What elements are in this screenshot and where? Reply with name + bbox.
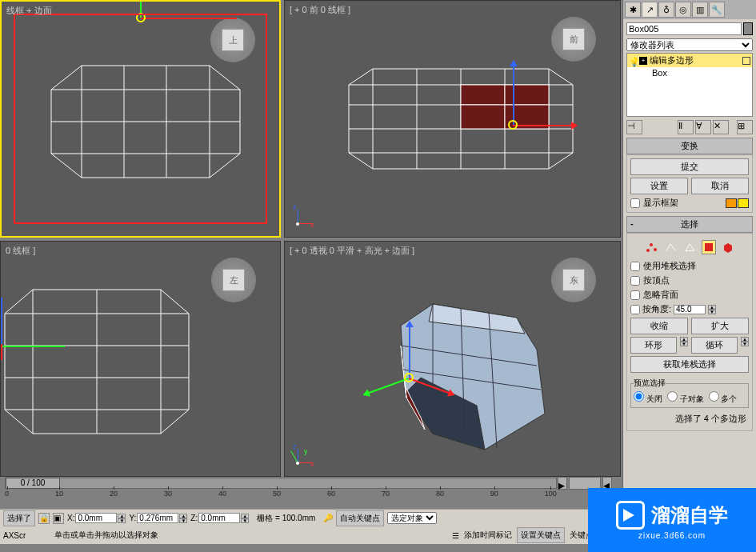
- maxscript-label: AXScr: [3, 531, 26, 540]
- modifier-stack[interactable]: 💡 + 编辑多边形 Box: [626, 53, 753, 117]
- loop-spinner[interactable]: ▲▼: [741, 337, 749, 354]
- viewport-label-persp: [ + 0 透视 0 平滑 + 高光 + 边面 ]: [290, 245, 414, 257]
- by-angle-checkbox[interactable]: [630, 305, 640, 314]
- use-stack-sel-checkbox[interactable]: [630, 262, 640, 271]
- object-color-swatch[interactable]: [743, 22, 753, 35]
- subobj-element[interactable]: [721, 240, 735, 254]
- timeline-scroll-right[interactable]: ▸: [558, 477, 567, 490]
- expand-icon[interactable]: +: [639, 57, 647, 65]
- shrink-button[interactable]: 收缩: [630, 318, 688, 334]
- svg-point-40: [646, 249, 650, 252]
- setkey-button[interactable]: 设置关键点: [517, 527, 565, 543]
- subobj-vertex[interactable]: [644, 240, 658, 254]
- viewport-perspective[interactable]: [ + 0 透视 0 平滑 + 高光 + 边面 ] 东: [284, 241, 621, 477]
- mode-icon: [742, 57, 750, 65]
- star-icon: ✱: [630, 5, 637, 15]
- coord-z-input[interactable]: [198, 513, 240, 523]
- tab-modify[interactable]: ↗: [642, 2, 658, 18]
- ignore-back-checkbox[interactable]: [630, 290, 640, 300]
- viewport-front[interactable]: [ + 0 前 0 线框 ] 前 xz: [284, 0, 621, 238]
- key-filter-select[interactable]: 选定对象: [387, 512, 437, 524]
- angle-input[interactable]: [674, 305, 706, 314]
- modify-icon: ↗: [646, 5, 654, 15]
- get-stack-sel-button[interactable]: 获取堆栈选择: [630, 356, 749, 373]
- viewport-label-front: [ + 0 前 0 线框 ]: [290, 4, 350, 16]
- time-slider[interactable]: 0 / 100: [6, 478, 60, 489]
- cage-color-2[interactable]: [738, 198, 749, 208]
- angle-spinner[interactable]: ▲▼: [708, 305, 716, 314]
- rollout-header-selection[interactable]: -选择: [626, 216, 753, 233]
- pin-stack-button[interactable]: ⊣: [626, 120, 642, 134]
- ring-button[interactable]: 环形: [630, 337, 677, 354]
- time-ruler: 01020 304050 607080 90100: [5, 490, 557, 501]
- status-bar-2: AXScr 单击或单击并拖动以选择对象 ☰ 添加时间标记 设置关键点 关键点过滤…: [0, 526, 621, 544]
- settings-button[interactable]: 设置: [630, 178, 688, 194]
- axis-gizmo: xz: [291, 198, 323, 230]
- status-bar: 选择了 🔒 ▣ X:▲▼ Y:▲▼ Z:▲▼ 栅格 = 100.0mm 🔑 自动…: [0, 509, 621, 526]
- key-icon[interactable]: 🔑: [323, 514, 333, 522]
- loop-button[interactable]: 循环: [691, 337, 738, 354]
- watermark: 溜溜自学 zixue.3d66.com: [588, 488, 756, 552]
- configure-stack-button[interactable]: ⊞: [737, 120, 753, 134]
- svg-marker-43: [686, 244, 694, 251]
- grow-button[interactable]: 扩大: [691, 318, 749, 334]
- preview-selection-group: 预览选择 关闭 子对象 多个: [630, 378, 749, 408]
- tab-display[interactable]: ▥: [692, 2, 708, 18]
- stack-item-box[interactable]: Box: [627, 67, 752, 78]
- object-name-input[interactable]: [626, 22, 742, 35]
- stack-tool-1[interactable]: Ⅱ: [678, 120, 694, 134]
- svg-marker-20: [461, 105, 505, 129]
- time-slider-track[interactable]: 0 / 100 ◂ ▸: [5, 478, 557, 489]
- ring-spinner[interactable]: ▲▼: [680, 337, 688, 354]
- stack-tool-2[interactable]: ∀: [695, 120, 711, 134]
- autokey-button[interactable]: 自动关键点: [336, 510, 384, 526]
- coord-x-input[interactable]: [75, 513, 117, 523]
- motion-icon: ◎: [679, 5, 687, 15]
- svg-marker-18: [461, 85, 505, 105]
- svg-point-42: [654, 248, 657, 251]
- subobj-border[interactable]: [682, 240, 697, 254]
- viewport-label-left: 0 线框 ]: [6, 245, 35, 257]
- stack-item-editpoly[interactable]: 💡 + 编辑多边形: [627, 54, 752, 67]
- display-icon: ▥: [696, 5, 704, 15]
- svg-marker-19: [505, 85, 549, 105]
- viewport-label-top: 线框 + 边面: [6, 5, 52, 17]
- sel-set-icon[interactable]: ▣: [53, 513, 64, 524]
- coord-y-input[interactable]: [137, 513, 178, 523]
- modifier-list-dropdown[interactable]: 修改器列表: [626, 38, 753, 51]
- timeline: 0 / 100 ◂ ▸ 01020 304050 607080 90100: [0, 477, 621, 509]
- tab-motion[interactable]: ◎: [675, 2, 691, 18]
- prompt-hint: 单击或单击并拖动以选择对象: [30, 530, 447, 541]
- viewport-left[interactable]: 0 线框 ] 左: [0, 241, 281, 477]
- tab-hierarchy[interactable]: ♁: [658, 2, 674, 18]
- svg-point-41: [650, 243, 653, 246]
- wrench-icon: 🔧: [711, 5, 722, 15]
- selection-label: 选择了: [3, 510, 35, 526]
- subobj-edge[interactable]: [663, 240, 678, 254]
- selection-status: 选择了 4 个多边形: [630, 410, 749, 427]
- preview-off-radio[interactable]: [634, 391, 644, 402]
- tab-utilities[interactable]: 🔧: [709, 2, 725, 18]
- tab-create[interactable]: ✱: [625, 2, 641, 18]
- grid-size: 栅格 = 100.0mm: [252, 511, 320, 526]
- cancel-button[interactable]: 取消: [691, 178, 749, 194]
- by-vertex-checkbox[interactable]: [630, 276, 640, 286]
- viewcube-front[interactable]: 前: [551, 17, 596, 62]
- lock-icon[interactable]: 🔒: [38, 513, 50, 524]
- viewcube-left[interactable]: 左: [211, 258, 256, 302]
- bulb-icon[interactable]: 💡: [629, 57, 637, 65]
- preview-multi-radio[interactable]: [709, 391, 719, 402]
- stack-tool-3[interactable]: ✕: [713, 120, 729, 134]
- tag-icon[interactable]: ☰: [452, 531, 459, 540]
- svg-rect-44: [705, 243, 713, 251]
- rollout-header-transform: 变换: [626, 138, 753, 154]
- hierarchy-icon: ♁: [663, 5, 670, 15]
- subobj-polygon[interactable]: [702, 240, 716, 254]
- preview-subobj-radio[interactable]: [667, 391, 678, 402]
- show-cage-checkbox[interactable]: [630, 198, 640, 208]
- add-time-tag[interactable]: 添加时间标记: [464, 530, 512, 541]
- viewport-top[interactable]: 线框 + 边面 上: [0, 0, 281, 238]
- command-panel: ✱ ↗ ♁ ◎ ▥ 🔧 修改器列表 💡 + 编辑多边形 Box ⊣ Ⅱ ∀ ✕: [622, 0, 756, 552]
- cage-color-1[interactable]: [726, 198, 737, 208]
- commit-button[interactable]: 提交: [630, 158, 749, 175]
